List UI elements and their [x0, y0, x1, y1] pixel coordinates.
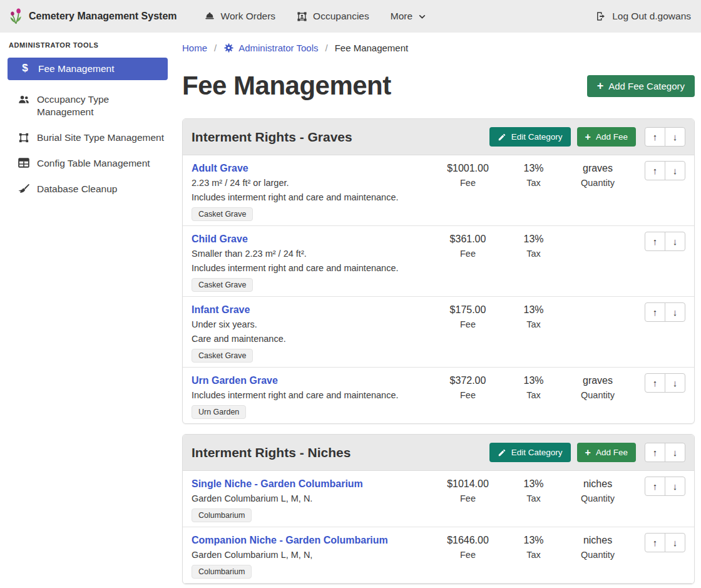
fee-amount-label: Fee — [432, 317, 504, 332]
fee-description: Garden Columbarium L, M, N, — [192, 548, 432, 562]
main-content: Home / Administrator Tool — [175, 33, 701, 588]
fee-description: Includes interment right and care and ma… — [192, 190, 432, 205]
logout-link[interactable]: Log Out d.gowans — [595, 11, 691, 22]
edit-category-button[interactable]: Edit Category — [489, 443, 571, 462]
nav-more[interactable]: More — [391, 11, 426, 22]
fee-amount-label: Fee — [432, 388, 504, 403]
move-fee-up-button[interactable]: ↑ — [645, 232, 665, 251]
category-header: Interment Rights - Niches Edit Category … — [183, 435, 694, 471]
add-fee-category-button[interactable]: + Add Fee Category — [587, 75, 695, 97]
nav-more-label: More — [391, 11, 412, 22]
fee-description: Includes interment right and care and ma… — [192, 388, 432, 403]
sidebar-item-fee-management[interactable]: $ Fee Management — [8, 58, 168, 80]
add-fee-button[interactable]: + Add Fee — [577, 443, 636, 462]
move-category-up-button[interactable]: ↑ — [645, 443, 665, 462]
tax-label: Tax — [504, 317, 563, 332]
fee-info: Single Niche - Garden Columbarium Garden… — [192, 477, 432, 522]
fee-reorder-controls: ↑ ↓ — [632, 302, 685, 322]
fee-amount-cell: $175.00 Fee — [432, 302, 504, 332]
move-fee-down-button[interactable]: ↓ — [665, 232, 685, 251]
quantity-unit: niches — [563, 477, 632, 492]
logout-label: Log Out d.gowans — [612, 11, 691, 22]
breadcrumb-separator: / — [325, 43, 327, 53]
sidebar-item-label: Config Table Management — [37, 157, 150, 170]
breadcrumb-admin-tools-label: Administrator Tools — [238, 43, 318, 53]
tax-cell: 13% Tax — [504, 302, 563, 332]
tax-cell: 13% Tax — [504, 232, 563, 261]
category-title: Interment Rights - Niches — [192, 445, 483, 460]
sidebar-item-database-cleanup[interactable]: Database Cleanup — [0, 183, 175, 195]
sidebar-heading: ADMINISTRATOR TOOLS — [9, 41, 166, 49]
move-fee-down-button[interactable]: ↓ — [665, 302, 685, 322]
move-fee-down-button[interactable]: ↓ — [665, 373, 685, 393]
move-category-up-button[interactable]: ↑ — [645, 127, 665, 147]
fee-info: Infant Grave Under six years. Care and m… — [192, 302, 432, 363]
move-fee-down-button[interactable]: ↓ — [665, 477, 685, 496]
tax-cell: 13% Tax — [504, 477, 563, 506]
quantity-label: Quantity — [563, 388, 632, 403]
move-fee-up-button[interactable]: ↑ — [645, 373, 665, 393]
sidebar-item-label: Database Cleanup — [37, 183, 117, 195]
nav-occupancies-label: Occupancies — [313, 11, 369, 22]
site-type-badge: Columbarium — [192, 508, 252, 522]
fee-amount: $1014.00 — [432, 477, 504, 492]
fee-amount-cell: $1001.00 Fee — [432, 161, 504, 190]
breadcrumb-home-link[interactable]: Home — [182, 43, 207, 53]
fee-name-link[interactable]: Companion Niche - Garden Columbarium — [192, 533, 388, 548]
sidebar-item-label: Fee Management — [38, 63, 115, 75]
edit-category-button[interactable]: Edit Category — [489, 127, 571, 147]
fee-info: Companion Niche - Garden Columbarium Gar… — [192, 533, 432, 579]
nav-occupancies[interactable]: Occupancies — [297, 11, 369, 22]
people-icon — [18, 94, 30, 105]
fee-reorder-controls: ↑ ↓ — [632, 533, 685, 552]
fee-row: Companion Niche - Garden Columbarium Gar… — [183, 527, 694, 584]
sidebar-item-occupancy-type[interactable]: Occupancy Type Management — [0, 93, 175, 118]
move-category-down-button[interactable]: ↓ — [665, 443, 685, 462]
sidebar-item-label: Occupancy Type Management — [37, 93, 166, 118]
table-icon — [18, 158, 30, 168]
move-fee-down-button[interactable]: ↓ — [665, 533, 685, 552]
move-fee-up-button[interactable]: ↑ — [645, 477, 665, 496]
move-fee-up-button[interactable]: ↑ — [645, 302, 665, 322]
nav-work-orders[interactable]: Work Orders — [204, 11, 276, 22]
app-brand[interactable]: Cemetery Management System — [9, 8, 177, 25]
fee-name-link[interactable]: Adult Grave — [192, 161, 248, 176]
fee-name-link[interactable]: Single Niche - Garden Columbarium — [192, 477, 363, 492]
pencil-icon — [498, 448, 506, 457]
quantity-label: Quantity — [563, 492, 632, 506]
logout-icon — [595, 11, 606, 22]
broom-icon — [18, 183, 30, 195]
tax-value: 13% — [504, 477, 563, 492]
add-fee-button[interactable]: + Add Fee — [577, 127, 636, 147]
quantity-label: Quantity — [563, 548, 632, 562]
plus-icon: + — [597, 81, 604, 90]
fee-name-link[interactable]: Child Grave — [192, 232, 248, 247]
page-header: Fee Management + Add Fee Category — [182, 70, 695, 102]
fee-description: Includes interment right and care and ma… — [192, 261, 432, 276]
fee-name-link[interactable]: Urn Garden Grave — [192, 373, 278, 388]
sidebar-item-config-table[interactable]: Config Table Management — [0, 157, 175, 170]
category-title: Interment Rights - Graves — [192, 130, 483, 145]
breadcrumb-admin-tools-link[interactable]: Administrator Tools — [223, 43, 318, 53]
tax-label: Tax — [504, 176, 563, 190]
fee-reorder-controls: ↑ ↓ — [632, 161, 685, 180]
fee-description: Under six years. — [192, 317, 432, 332]
site-type-badge: Columbarium — [192, 565, 252, 579]
fee-name-link[interactable]: Infant Grave — [192, 302, 250, 317]
boundary-frame-icon — [18, 132, 30, 143]
quantity-cell: graves Quantity — [563, 161, 632, 190]
fee-reorder-controls: ↑ ↓ — [632, 373, 685, 393]
fee-info: Adult Grave 2.23 m² / 24 ft² or larger. … — [192, 161, 432, 221]
tax-value: 13% — [504, 533, 563, 548]
sidebar-item-burial-site-type[interactable]: Burial Site Type Management — [0, 132, 175, 144]
fee-amount-cell: $1646.00 Fee — [432, 533, 504, 562]
tax-value: 13% — [504, 302, 563, 317]
move-fee-up-button[interactable]: ↑ — [645, 533, 665, 552]
site-type-badge: Casket Grave — [192, 207, 253, 221]
move-category-down-button[interactable]: ↓ — [665, 127, 685, 147]
move-fee-down-button[interactable]: ↓ — [665, 161, 685, 180]
move-fee-up-button[interactable]: ↑ — [645, 161, 665, 180]
tax-value: 13% — [504, 232, 563, 247]
fee-amount-label: Fee — [432, 247, 504, 261]
fee-row: Single Niche - Garden Columbarium Garden… — [183, 471, 694, 527]
